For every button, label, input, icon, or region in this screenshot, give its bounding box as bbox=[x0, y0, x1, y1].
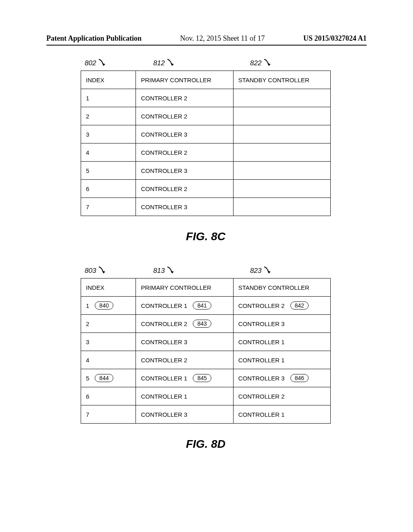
cell-standby bbox=[233, 107, 330, 125]
cell-primary: CONTROLLER 2843 bbox=[136, 315, 233, 333]
reference-callout: 845 bbox=[193, 374, 211, 382]
arrow-icon bbox=[263, 58, 271, 69]
cell-primary: CONTROLLER 3 bbox=[136, 125, 233, 143]
table-row: 1CONTROLLER 2 bbox=[81, 89, 331, 107]
cell-index: 4 bbox=[81, 351, 136, 369]
arrow-icon bbox=[263, 266, 271, 276]
cell-primary-text: CONTROLLER 2 bbox=[141, 357, 187, 364]
figure-caption-8d: FIG. 8D bbox=[81, 438, 331, 451]
cell-primary-text: CONTROLLER 2 bbox=[141, 95, 187, 102]
table-8d: INDEX PRIMARY CONTROLLER STANDBY CONTROL… bbox=[81, 278, 331, 424]
cell-primary-text: CONTROLLER 3 bbox=[141, 411, 187, 418]
cell-standby: CONTROLLER 1 bbox=[233, 405, 330, 424]
cell-index: 5844 bbox=[81, 369, 136, 387]
cell-primary-text: CONTROLLER 2 bbox=[141, 113, 187, 120]
cell-index-text: 1 bbox=[86, 95, 89, 102]
table-row: 4CONTROLLER 2CONTROLLER 1 bbox=[81, 351, 331, 369]
cell-standby-text: CONTROLLER 2 bbox=[238, 393, 285, 400]
reference-callout: 846 bbox=[290, 374, 309, 382]
cell-index: 7 bbox=[81, 405, 136, 424]
col-header-primary: PRIMARY CONTROLLER bbox=[136, 71, 233, 89]
cell-primary-text: CONTROLLER 3 bbox=[141, 204, 187, 210]
cell-standby: CONTROLLER 2 bbox=[233, 387, 330, 405]
cell-standby: CONTROLLER 1 bbox=[233, 333, 330, 351]
figure-8d: 803 813 823 INDEX PRIMARY CONTROLLER STA… bbox=[81, 278, 331, 451]
table-row: 2CONTROLLER 2843CONTROLLER 3 bbox=[81, 315, 331, 333]
cell-index-text: 3 bbox=[86, 131, 89, 138]
cell-index: 3 bbox=[81, 333, 136, 351]
arrow-icon bbox=[167, 266, 175, 276]
ref-label-813: 813 bbox=[153, 264, 175, 275]
table-row: 4CONTROLLER 2 bbox=[81, 143, 331, 162]
cell-standby-text: CONTROLLER 2 bbox=[238, 302, 285, 309]
cell-primary: CONTROLLER 1845 bbox=[136, 369, 233, 387]
cell-primary: CONTROLLER 3 bbox=[136, 198, 233, 216]
cell-primary-text: CONTROLLER 1 bbox=[141, 393, 187, 400]
cell-standby-text: CONTROLLER 1 bbox=[238, 357, 285, 364]
col-header-standby: STANDBY CONTROLLER bbox=[233, 71, 330, 89]
cell-primary: CONTROLLER 3 bbox=[136, 333, 233, 351]
ref-label-803: 803 bbox=[85, 264, 106, 275]
cell-standby-text: CONTROLLER 1 bbox=[238, 339, 285, 345]
cell-primary: CONTROLLER 2 bbox=[136, 351, 233, 369]
cell-primary: CONTROLLER 3 bbox=[136, 162, 233, 180]
reference-callout: 840 bbox=[95, 301, 113, 310]
cell-index-text: 2 bbox=[86, 113, 89, 120]
figure-caption-8c: FIG. 8C bbox=[81, 230, 331, 243]
cell-index: 1840 bbox=[81, 297, 136, 315]
cell-standby: CONTROLLER 3 bbox=[233, 315, 330, 333]
cell-index-text: 7 bbox=[86, 411, 89, 418]
cell-index-text: 1 bbox=[86, 302, 89, 309]
cell-index-text: 5 bbox=[86, 375, 89, 382]
page-header: Patent Application Publication Nov. 12, … bbox=[46, 34, 367, 46]
col-header-index: INDEX bbox=[81, 71, 136, 89]
reference-callout: 843 bbox=[193, 320, 211, 328]
cell-index: 2 bbox=[81, 107, 136, 125]
cell-index-text: 3 bbox=[86, 339, 89, 345]
cell-index-text: 5 bbox=[86, 167, 89, 174]
table-row: 7CONTROLLER 3 bbox=[81, 198, 331, 216]
arrow-icon bbox=[98, 266, 106, 276]
cell-primary-text: CONTROLLER 3 bbox=[141, 339, 187, 345]
cell-standby bbox=[233, 180, 330, 198]
cell-standby bbox=[233, 143, 330, 162]
reference-callout: 841 bbox=[193, 301, 211, 310]
cell-index: 5 bbox=[81, 162, 136, 180]
table-8c: INDEX PRIMARY CONTROLLER STANDBY CONTROL… bbox=[81, 71, 331, 216]
table-row: 6CONTROLLER 1CONTROLLER 2 bbox=[81, 387, 331, 405]
table-header-row: INDEX PRIMARY CONTROLLER STANDBY CONTROL… bbox=[81, 71, 331, 89]
cell-standby bbox=[233, 162, 330, 180]
cell-standby: CONTROLLER 1 bbox=[233, 351, 330, 369]
cell-standby-text: CONTROLLER 1 bbox=[238, 411, 285, 418]
table-row: 6CONTROLLER 2 bbox=[81, 180, 331, 198]
cell-primary-text: CONTROLLER 1 bbox=[141, 375, 187, 382]
table-row: 5CONTROLLER 3 bbox=[81, 162, 331, 180]
reference-callout: 844 bbox=[95, 374, 113, 382]
cell-standby-text: CONTROLLER 3 bbox=[238, 320, 285, 327]
cell-index-text: 6 bbox=[86, 393, 89, 400]
cell-primary: CONTROLLER 2 bbox=[136, 89, 233, 107]
ref-label-823: 823 bbox=[250, 264, 271, 275]
cell-index-text: 4 bbox=[86, 357, 89, 364]
table-row: 2CONTROLLER 2 bbox=[81, 107, 331, 125]
cell-index: 2 bbox=[81, 315, 136, 333]
ref-label-822: 822 bbox=[250, 56, 271, 67]
cell-primary: CONTROLLER 1 bbox=[136, 387, 233, 405]
col-header-primary: PRIMARY CONTROLLER bbox=[136, 278, 233, 297]
cell-index-text: 2 bbox=[86, 320, 89, 327]
table-row: 1840CONTROLLER 1841CONTROLLER 2842 bbox=[81, 297, 331, 315]
cell-primary: CONTROLLER 2 bbox=[136, 180, 233, 198]
cell-index-text: 4 bbox=[86, 149, 89, 156]
cell-index-text: 7 bbox=[86, 204, 89, 210]
reference-callout: 842 bbox=[290, 301, 309, 310]
table-row: 5844CONTROLLER 1845CONTROLLER 3846 bbox=[81, 369, 331, 387]
header-publication: Patent Application Publication bbox=[46, 34, 142, 43]
cell-index-text: 6 bbox=[86, 185, 89, 192]
header-docnum: US 2015/0327024 A1 bbox=[303, 34, 367, 43]
cell-index: 3 bbox=[81, 125, 136, 143]
arrow-icon bbox=[167, 58, 175, 69]
cell-primary-text: CONTROLLER 1 bbox=[141, 302, 187, 309]
cell-primary-text: CONTROLLER 2 bbox=[141, 185, 187, 192]
cell-primary: CONTROLLER 1841 bbox=[136, 297, 233, 315]
arrow-icon bbox=[98, 58, 106, 69]
